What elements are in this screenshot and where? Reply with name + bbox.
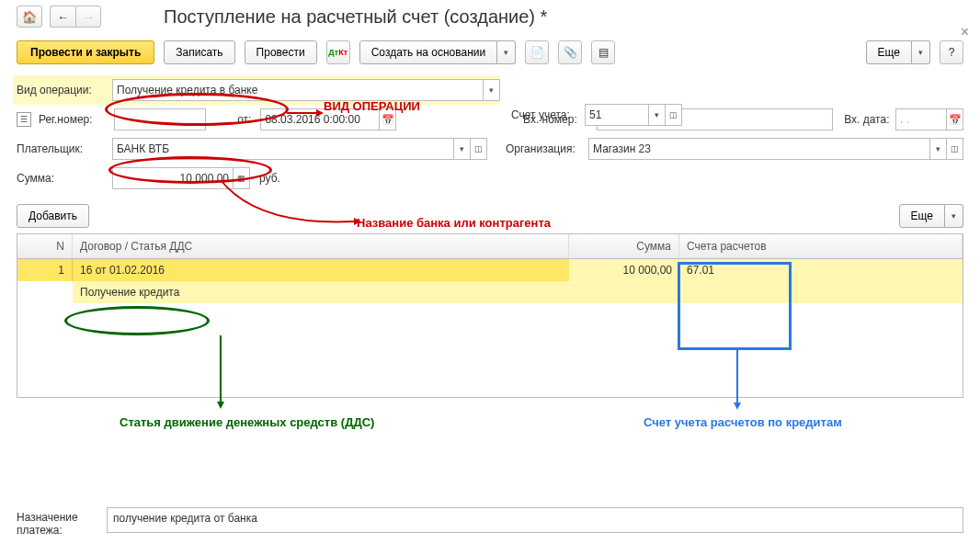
more-dropdown[interactable] <box>912 40 930 64</box>
payer-input[interactable]: БАНК ВТБ <box>112 138 454 160</box>
row-sum[interactable]: 10 000,00 <box>569 259 679 281</box>
reg-number-label: Рег.номер: <box>39 113 110 126</box>
reg-number-input[interactable] <box>114 108 206 130</box>
account-input[interactable]: 51 ▾ ◫ <box>585 104 682 126</box>
close-icon[interactable]: × <box>961 24 969 40</box>
document-icon[interactable]: 📄 <box>525 40 549 64</box>
col-n-header[interactable]: N <box>17 234 73 258</box>
payer-label: Плательщик: <box>17 142 108 155</box>
incoming-date-input[interactable]: . . <box>895 108 963 130</box>
payer-open[interactable]: ◫ <box>471 138 487 160</box>
account-open[interactable]: ◫ <box>666 104 682 126</box>
table-more-dropdown[interactable] <box>945 204 963 228</box>
org-input[interactable]: Магазин 23 <box>588 138 930 160</box>
account-dropdown[interactable]: ▾ <box>649 104 666 126</box>
incoming-date-calendar[interactable] <box>947 108 963 130</box>
dds-annotation: Статья движение денежных средств (ДДС) <box>120 415 374 429</box>
save-button[interactable]: Записать <box>164 40 234 64</box>
reg-icon: ☰ <box>17 112 31 127</box>
account-label: Счет учета: <box>511 108 581 121</box>
col-sum-header[interactable]: Сумма <box>569 234 679 258</box>
attach-icon[interactable]: 📎 <box>558 40 582 64</box>
svg-marker-6 <box>734 402 741 410</box>
sum-input[interactable]: 10 000,00 ▦ <box>112 167 250 189</box>
post-and-close-button[interactable]: Провести и закрыть <box>17 40 154 64</box>
row-contract[interactable]: 16 от 01.02.2016 <box>73 259 569 281</box>
reg-date-calendar[interactable] <box>380 108 396 130</box>
row-account[interactable]: 67.01 <box>679 259 963 281</box>
row-dds[interactable]: Получение кредита <box>73 281 569 303</box>
purpose-input[interactable]: получение кредита от банка <box>107 507 963 533</box>
post-button[interactable]: Провести <box>245 40 317 64</box>
table-more-button[interactable]: Еще <box>899 204 963 228</box>
reg-from-label: от: <box>210 113 257 126</box>
col-account-header[interactable]: Счета расчетов <box>679 234 963 258</box>
org-label: Организация: <box>506 142 585 155</box>
add-button[interactable]: Добавить <box>17 204 89 228</box>
list-icon[interactable]: ▤ <box>591 40 615 64</box>
home-button[interactable]: 🏠 <box>17 6 42 28</box>
page-title: Поступление на расчетный счет (создание)… <box>164 6 547 28</box>
org-dropdown[interactable]: ▾ <box>930 138 947 160</box>
purpose-label: Назначение платежа: <box>17 507 99 537</box>
payer-dropdown[interactable]: ▾ <box>454 138 471 160</box>
sum-calculator[interactable]: ▦ <box>234 167 250 189</box>
table-row[interactable]: 1 16 от 01.02.2016 10 000,00 67.01 <box>17 259 963 281</box>
currency-label: руб. <box>254 172 280 185</box>
payments-grid[interactable]: N Договор / Статья ДДС Сумма Счета расче… <box>17 233 963 398</box>
operation-type-input[interactable]: Получение кредита в банке <box>112 79 484 101</box>
org-open[interactable]: ◫ <box>947 138 963 160</box>
col-contract-header[interactable]: Договор / Статья ДДС <box>73 234 569 258</box>
create-based-button[interactable]: Создать на основании <box>359 40 517 64</box>
operation-type-dropdown[interactable]: ▾ <box>484 79 500 101</box>
reg-date-input[interactable]: 08.03.2016 0:00:00 <box>260 108 396 130</box>
forward-button[interactable]: → <box>75 6 101 28</box>
dt-kt-icon[interactable]: ДтКт <box>326 40 350 64</box>
row-n: 1 <box>17 259 73 281</box>
account-annotation: Счет учета расчетов по кредитам <box>644 415 842 429</box>
operation-type-label: Вид операции: <box>17 84 108 96</box>
incoming-date-label: Вх. дата: <box>837 113 892 126</box>
help-icon[interactable]: ? <box>940 40 963 64</box>
sum-label: Сумма: <box>17 172 108 185</box>
svg-marker-4 <box>217 402 224 409</box>
table-subrow[interactable]: Получение кредита <box>17 281 963 303</box>
back-button[interactable]: ← <box>50 6 75 28</box>
create-based-dropdown[interactable] <box>497 40 516 64</box>
more-button[interactable]: Еще <box>866 40 930 64</box>
